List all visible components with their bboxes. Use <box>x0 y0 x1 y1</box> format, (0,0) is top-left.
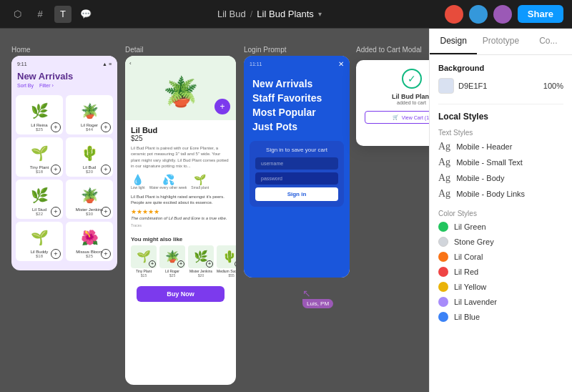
topbar: ⬡ # T 💬 Lil Bud / Lil Bud Plants ▾ Share <box>0 0 572 29</box>
thumb-roger: 🪴+ Lil Roger $25 <box>159 245 185 278</box>
thumb-roger-add[interactable]: + <box>177 260 184 268</box>
cursor-luis-pointer-icon: ↖ <box>302 288 333 298</box>
tab-prototype[interactable]: Prototype <box>477 29 524 54</box>
color-lil-coral[interactable]: Lil Coral <box>438 252 563 262</box>
color-lil-blue[interactable]: Lil Blue <box>438 312 563 322</box>
bg-hex-value[interactable]: D9E1F1 <box>458 82 487 90</box>
add-btn-bloom[interactable]: + <box>101 249 111 259</box>
login-top-bar: 11:11 ✕ <box>244 56 350 72</box>
login-frame: 11:11 ✕ New Arrivals Staff Favorites Mos… <box>244 56 350 278</box>
status-bar-icons: ▲ ≡ <box>102 62 112 67</box>
care-size: 🌱 Small plant <box>191 174 209 190</box>
toolbar-right: Share <box>445 5 563 24</box>
detail-plant-image: 🪴 <box>163 75 199 109</box>
thumb-tiny-price: $15 <box>131 273 157 278</box>
view-cart-button[interactable]: 🛒 View Cart (1) <box>365 111 429 124</box>
menu-staff-favorites[interactable]: Staff Favorites <box>252 92 341 104</box>
color-lil-red[interactable]: Lil Red <box>438 267 563 277</box>
add-btn-stud[interactable]: + <box>51 207 61 217</box>
add-btn-buddy[interactable]: + <box>51 249 61 259</box>
cart-added-text: added to cart <box>365 100 429 105</box>
care-water: 💦 Water every other week <box>149 174 187 190</box>
add-btn-jenkins[interactable]: + <box>101 207 111 217</box>
text-style-name-1: Mobile - Header <box>456 142 512 151</box>
tool-frame[interactable]: # <box>31 6 49 23</box>
product-img-jenkins: 🪴 <box>75 182 104 207</box>
text-style-name-3: Mobile - Body <box>456 174 504 182</box>
care-water-label: Water every other week <box>149 185 187 190</box>
background-section-label: Background <box>438 64 563 72</box>
right-panel: Design Prototype Co... Background D9E1F1… <box>429 29 572 392</box>
add-btn-reina[interactable]: + <box>51 122 61 132</box>
sort-by-label[interactable]: Sort By <box>17 83 34 88</box>
product-card-jenkins: 🪴 Mister Jenkins $30 + <box>66 180 113 219</box>
thumb-roger-img: 🪴+ <box>159 245 185 268</box>
password-input[interactable]: password <box>255 172 338 185</box>
thumb-succulent-add[interactable]: + <box>235 260 236 268</box>
tab-design[interactable]: Design <box>430 29 477 54</box>
text-style-mobile-body-links[interactable]: Ag Mobile - Body Links <box>438 188 563 200</box>
avatar-2 <box>469 5 488 24</box>
cursor-luis-label: Luis, PM <box>302 299 333 308</box>
panel-content: Background D9E1F1 100% Local Styles Text… <box>430 55 572 392</box>
home-header-top: 9:11 ▲ ≡ <box>17 62 112 67</box>
thumb-tiny: 🌱+ Tiny Plant $15 <box>131 245 157 278</box>
thumb-jenkins-add[interactable]: + <box>206 260 213 268</box>
menu-just-pots[interactable]: Just Pots <box>252 121 341 132</box>
detail-nav-back[interactable]: ‹ <box>129 60 132 67</box>
tool-move[interactable]: ⬡ <box>9 6 26 23</box>
filter-label[interactable]: Filter › <box>39 83 54 88</box>
detail-frame: ‹ 🪴 + Lil Bud $25 Lil Bud Plant is paire… <box>125 56 236 385</box>
color-name-red: Lil Red <box>454 268 478 276</box>
local-styles-label: Local Styles <box>438 112 563 122</box>
share-button[interactable]: Share <box>518 5 563 23</box>
text-style-mobile-body[interactable]: Ag Mobile - Body <box>438 172 563 184</box>
menu-most-popular[interactable]: Most Popular <box>252 107 341 118</box>
color-dot-grey <box>438 237 448 247</box>
tool-text[interactable]: T <box>54 6 72 23</box>
care-light-icon: 💧 <box>131 174 145 185</box>
sign-in-button[interactable]: Sign in <box>255 187 338 201</box>
color-name-yellow: Lil Yellow <box>454 283 486 291</box>
care-icons: 💧 Low light 💦 Water every other week 🌱 S… <box>131 174 230 190</box>
add-btn-roger[interactable]: + <box>101 122 111 132</box>
text-style-mobile-small[interactable]: Ag Mobile - Small Text <box>438 157 563 168</box>
text-style-mobile-header[interactable]: Ag Mobile - Header <box>438 141 563 152</box>
detail-frame-label: Detail <box>125 46 144 54</box>
home-frame: 9:11 ▲ ≡ New Arrivals Sort By Filter › 🌿… <box>11 56 117 270</box>
product-img-bloom: 🌺 <box>75 225 104 250</box>
thumb-tiny-add[interactable]: + <box>149 260 156 268</box>
home-frame-label: Home <box>11 46 31 54</box>
bg-opacity-value[interactable]: 100% <box>543 82 563 90</box>
username-input[interactable]: username <box>255 157 338 170</box>
product-card-stud: 🌿 Lil Stud $22 + <box>16 180 63 219</box>
background-row: D9E1F1 100% <box>438 78 563 94</box>
add-btn-tiny[interactable]: + <box>51 165 61 175</box>
detail-add-button[interactable]: + <box>214 99 230 114</box>
status-bar-time: 9:11 <box>17 62 27 67</box>
add-btn-bud[interactable]: + <box>101 165 111 175</box>
main-layout: Home 9:11 ▲ ≡ New Arrivals Sort By Filte… <box>0 29 572 392</box>
color-lil-lavender[interactable]: Lil Lavender <box>438 297 563 307</box>
chevron-down-icon[interactable]: ▾ <box>318 10 322 18</box>
color-dot-coral <box>438 252 448 262</box>
canvas-area[interactable]: Home 9:11 ▲ ≡ New Arrivals Sort By Filte… <box>0 29 429 392</box>
thumbnail-row: 🌱+ Tiny Plant $15 🪴+ Lil Roger $25 🌿+ Mi… <box>125 245 236 278</box>
thumb-succulent-name: Medium Succulent <box>217 269 236 273</box>
ag-icon-2: Ag <box>438 157 450 168</box>
tab-code[interactable]: Co... <box>525 29 572 54</box>
color-lil-green[interactable]: Lil Green <box>438 222 563 232</box>
color-stone-grey[interactable]: Stone Grey <box>438 237 563 247</box>
avatar-1 <box>445 5 463 24</box>
buy-now-button[interactable]: Buy Now <box>137 286 225 302</box>
color-lil-yellow[interactable]: Lil Yellow <box>438 282 563 292</box>
color-dot-yellow <box>438 282 448 292</box>
color-dot-lavender <box>438 297 448 307</box>
text-style-name-2: Mobile - Small Text <box>456 158 523 167</box>
color-name-green: Lil Green <box>454 222 486 231</box>
menu-new-arrivals[interactable]: New Arrivals <box>252 78 341 89</box>
product-card-bud: 🌵 Lil Bud $20 + <box>66 137 113 177</box>
login-close-icon[interactable]: ✕ <box>338 60 344 68</box>
tool-comment[interactable]: 💬 <box>77 6 94 23</box>
bg-color-swatch[interactable] <box>438 78 454 94</box>
